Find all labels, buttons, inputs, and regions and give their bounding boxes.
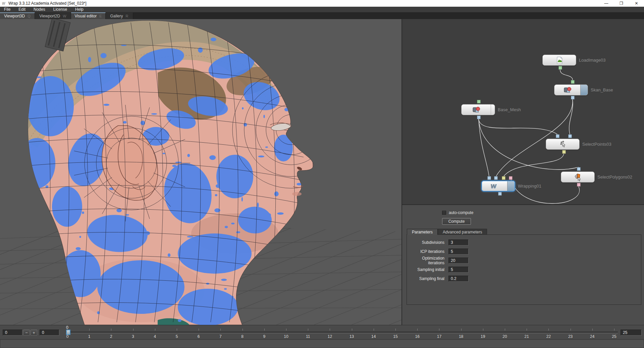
tab-visual-editor[interactable]: Visual editorE xyxy=(71,12,106,19)
ruler-number: 25 xyxy=(612,334,616,339)
auto-compute-checkbox[interactable] xyxy=(442,211,446,215)
param-label: Subdivisions xyxy=(407,240,444,245)
param-input-sampling-final[interactable] xyxy=(448,276,469,282)
ruler-number: 3 xyxy=(132,334,134,339)
output-port-pink[interactable] xyxy=(577,183,581,187)
node-preview-section[interactable] xyxy=(580,85,588,95)
node-preview-section[interactable] xyxy=(507,181,515,191)
timeline-frame-input[interactable] xyxy=(40,330,59,336)
tab-label: Viewport3D xyxy=(4,14,25,18)
tab-advanced-parameters[interactable]: Advanced parameters xyxy=(438,229,487,235)
node-preview-section[interactable] xyxy=(491,105,495,115)
ruler-number: 18 xyxy=(459,334,463,339)
ruler-number: 19 xyxy=(481,334,485,339)
ruler-number: 2 xyxy=(110,334,112,339)
geometry-icon xyxy=(462,105,491,115)
ruler-number: 8 xyxy=(241,334,244,339)
ruler-number: 10 xyxy=(284,334,288,339)
frame-decrement-button[interactable]: − xyxy=(23,330,30,336)
tab-gallery[interactable]: GalleryR xyxy=(106,12,133,19)
ruler-tick xyxy=(571,329,571,331)
select-polygons-icon xyxy=(561,172,594,182)
param-row: ICP iterations xyxy=(407,249,507,255)
ruler-tick xyxy=(461,329,462,331)
node-wire xyxy=(479,119,557,134)
node-graph-editor[interactable]: LoadImage03Skan_BaseBase_MeshSelectPoint… xyxy=(402,19,644,205)
menu-nodes[interactable]: Nodes xyxy=(30,7,49,12)
node-label: Skan_Base xyxy=(591,87,613,92)
ruler-tick xyxy=(483,329,483,331)
ruler-tick xyxy=(548,329,549,331)
image-file-icon xyxy=(543,55,576,65)
tab-viewport3d[interactable]: Viewport3DQ xyxy=(0,12,35,19)
tab-viewport2d[interactable]: Viewport2DW xyxy=(35,12,71,19)
node-Wrapping01[interactable]: W xyxy=(481,181,515,192)
ruler-tick xyxy=(220,329,221,331)
menu-help[interactable]: Help xyxy=(71,7,88,12)
ruler-tick xyxy=(527,329,527,331)
input-port-blue[interactable] xyxy=(556,134,559,138)
input-port-green[interactable] xyxy=(571,80,575,84)
node-SelectPolygons02[interactable] xyxy=(561,171,595,183)
menu-license[interactable]: License xyxy=(49,7,71,12)
restore-button[interactable]: ❐ xyxy=(614,0,629,7)
status-bar xyxy=(0,339,644,348)
param-label: Sampling final xyxy=(407,276,444,281)
input-port-blue[interactable] xyxy=(494,176,498,180)
minimize-button[interactable]: — xyxy=(599,0,614,7)
ruler-tick xyxy=(417,329,418,331)
ruler-number: 12 xyxy=(328,334,332,339)
output-port-blue[interactable] xyxy=(571,96,575,99)
ruler-number: 21 xyxy=(525,334,529,339)
output-port-green[interactable] xyxy=(558,66,562,70)
ruler-number: 14 xyxy=(371,334,376,339)
ruler-number: 13 xyxy=(350,334,354,339)
wrap-application-window: W Wrap 3.3.12 Academia Activated [Set_02… xyxy=(0,0,644,348)
tab-shortcut: W xyxy=(63,14,66,18)
timeline-start-input[interactable] xyxy=(3,330,22,336)
input-port-blue[interactable] xyxy=(568,134,572,138)
node-SelectPoints03[interactable] xyxy=(546,139,580,150)
ruler-number: 4 xyxy=(154,334,156,339)
param-input-optimization-iterations[interactable] xyxy=(448,258,469,264)
ruler-number: 23 xyxy=(568,334,573,339)
input-port-blue[interactable] xyxy=(577,167,581,171)
viewport-3d[interactable] xyxy=(0,19,401,325)
param-input-icp-iterations[interactable] xyxy=(448,249,469,255)
param-label: ICP iterations xyxy=(407,249,444,254)
ruler-tick xyxy=(67,329,68,331)
param-row: Sampling initial xyxy=(407,267,507,273)
timeline-end-input[interactable] xyxy=(621,330,642,336)
menu-file[interactable]: File xyxy=(0,7,14,12)
input-port-blue[interactable] xyxy=(487,176,491,180)
close-button[interactable]: ✕ xyxy=(629,0,644,7)
viewport-3d-scene[interactable] xyxy=(0,19,401,325)
input-port-green[interactable] xyxy=(477,100,481,103)
ruler-tick xyxy=(199,329,199,331)
output-port-yellow[interactable] xyxy=(562,150,566,154)
wrapping-icon: W xyxy=(482,181,507,191)
node-Skan_Base[interactable] xyxy=(554,84,588,95)
node-LoadImage03[interactable] xyxy=(542,55,576,66)
frame-increment-button[interactable]: + xyxy=(31,330,37,336)
node-label: SelectPoints03 xyxy=(582,142,611,147)
input-port-yellow[interactable] xyxy=(502,176,505,180)
input-port-pink[interactable] xyxy=(509,176,513,180)
ruler-tick xyxy=(352,329,352,331)
timeline-track[interactable] xyxy=(66,332,618,333)
output-port-blue[interactable] xyxy=(498,192,502,196)
menu-edit[interactable]: Edit xyxy=(14,7,30,12)
ruler-tick xyxy=(155,329,155,331)
param-row: Sampling final xyxy=(407,276,507,282)
compute-button[interactable]: Compute xyxy=(442,218,471,225)
parameter-tabs: ParametersAdvanced parameters xyxy=(407,229,487,235)
right-panel: LoadImage03Skan_BaseBase_MeshSelectPoint… xyxy=(401,19,644,325)
ruler-tick xyxy=(286,329,286,331)
param-row: Optimization iterations xyxy=(407,258,507,264)
ruler-tick xyxy=(243,329,243,331)
tab-parameters[interactable]: Parameters xyxy=(407,229,438,235)
param-input-sampling-initial[interactable] xyxy=(448,267,469,273)
param-input-subdivisions[interactable] xyxy=(448,239,469,246)
output-port-blue[interactable] xyxy=(477,116,481,119)
node-Base_Mesh[interactable] xyxy=(461,104,495,115)
